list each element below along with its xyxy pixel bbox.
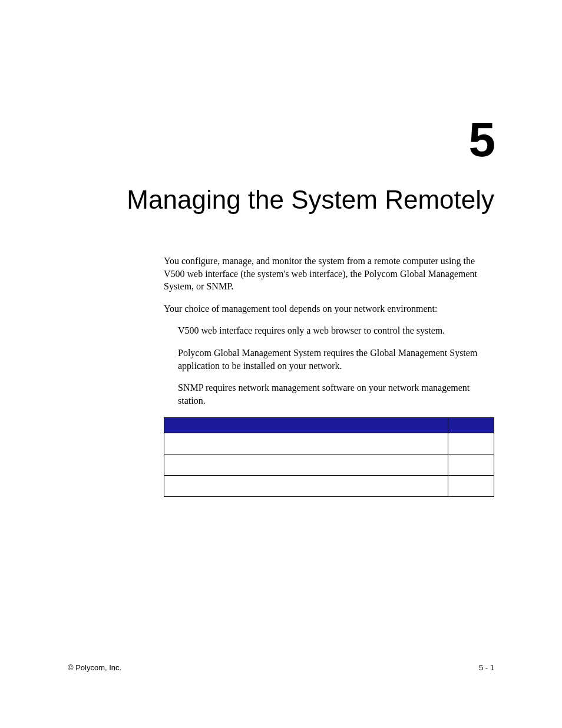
intro-paragraph-1: You configure, manage, and monitor the s… (164, 255, 494, 293)
table-cell (164, 433, 448, 454)
bullet-2: Polycom Global Management System require… (178, 347, 494, 372)
table-row (164, 476, 494, 497)
table-header-right (448, 418, 494, 433)
table-cell (448, 476, 494, 497)
footer-copyright: © Polycom, Inc. (68, 663, 121, 672)
table-cell (448, 454, 494, 476)
bullet-3: SNMP requires network management softwar… (178, 381, 494, 407)
chapter-title: Managing the System Remotely (68, 185, 494, 215)
footer-page-number: 5 - 1 (479, 663, 494, 672)
table-header-left (164, 418, 448, 433)
intro-paragraph-2: Your choice of management tool depends o… (164, 302, 494, 315)
table-cell (164, 454, 448, 476)
chapter-number: 5 (68, 112, 494, 167)
table-cell (164, 476, 448, 497)
table-row (164, 433, 494, 454)
bullet-1: V500 web interface requires only a web b… (178, 324, 494, 337)
table-cell (448, 433, 494, 454)
table-row (164, 454, 494, 476)
content-table (164, 417, 494, 497)
